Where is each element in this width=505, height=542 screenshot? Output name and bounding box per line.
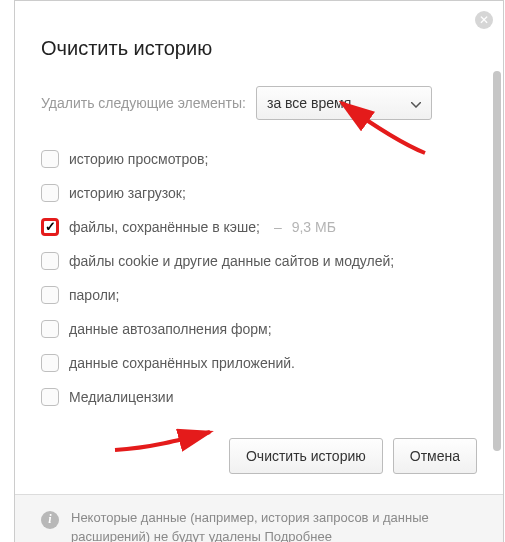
close-icon[interactable]: ✕ (475, 11, 493, 29)
option-browsing-history: историю просмотров; (41, 142, 477, 176)
option-label: пароли; (69, 287, 120, 303)
checkbox-cached-files[interactable] (41, 218, 59, 236)
option-label: историю просмотров; (69, 151, 208, 167)
clear-history-button[interactable]: Очистить историю (229, 438, 383, 474)
dialog-title: Очистить историю (41, 37, 477, 60)
checkbox-autofill[interactable] (41, 320, 59, 338)
footer-text-wrap: Некоторые данные (например, история запр… (71, 509, 477, 542)
option-size: 9,3 МБ (292, 219, 336, 235)
clear-history-button-label: Очистить историю (246, 448, 366, 464)
options-list: историю просмотров; историю загрузок; фа… (41, 142, 477, 414)
option-media-licenses: Медиалицензии (41, 380, 477, 414)
option-download-history: историю загрузок; (41, 176, 477, 210)
info-icon: i (41, 511, 59, 529)
checkbox-cookies[interactable] (41, 252, 59, 270)
option-cookies: файлы cookie и другие данные сайтов и мо… (41, 244, 477, 278)
chevron-down-icon (411, 95, 421, 111)
cancel-button-label: Отмена (410, 448, 460, 464)
scrollbar[interactable] (493, 71, 501, 451)
option-label: историю загрузок; (69, 185, 186, 201)
option-passwords: пароли; (41, 278, 477, 312)
option-label: файлы, сохранённые в кэше; (69, 219, 260, 235)
footer-text: Некоторые данные (например, история запр… (71, 510, 429, 542)
option-size-sep: – (274, 219, 282, 235)
option-label: Медиалицензии (69, 389, 174, 405)
option-label: данные автозаполнения форм; (69, 321, 272, 337)
checkbox-passwords[interactable] (41, 286, 59, 304)
time-range-label: Удалить следующие элементы: (41, 95, 246, 111)
more-link[interactable]: Подробнее (265, 529, 332, 542)
footer-note: i Некоторые данные (например, история за… (15, 494, 503, 542)
time-range-value: за все время (267, 95, 351, 111)
time-range-row: Удалить следующие элементы: за все время (41, 86, 477, 120)
time-range-select[interactable]: за все время (256, 86, 432, 120)
clear-history-dialog: ✕ Очистить историю Удалить следующие эле… (14, 0, 504, 542)
checkbox-download-history[interactable] (41, 184, 59, 202)
checkbox-browsing-history[interactable] (41, 150, 59, 168)
button-row: Очистить историю Отмена (41, 428, 477, 494)
option-label: данные сохранённых приложений. (69, 355, 295, 371)
option-cached-files: файлы, сохранённые в кэше; – 9,3 МБ (41, 210, 477, 244)
checkbox-app-data[interactable] (41, 354, 59, 372)
option-autofill: данные автозаполнения форм; (41, 312, 477, 346)
option-label: файлы cookie и другие данные сайтов и мо… (69, 253, 394, 269)
checkbox-media-licenses[interactable] (41, 388, 59, 406)
option-app-data: данные сохранённых приложений. (41, 346, 477, 380)
cancel-button[interactable]: Отмена (393, 438, 477, 474)
